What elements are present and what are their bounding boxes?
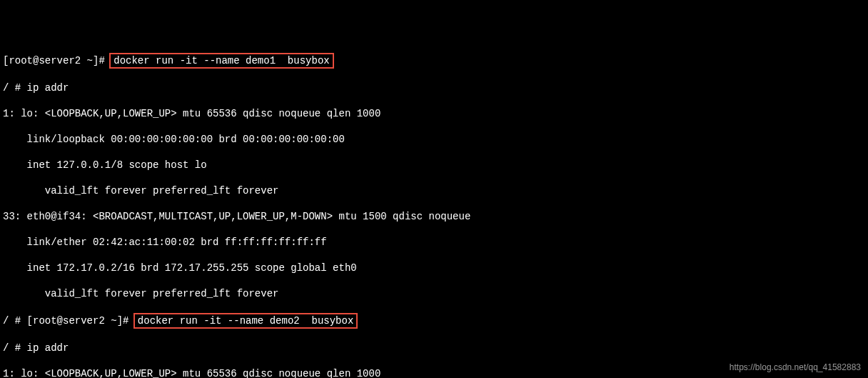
terminal-line-1: [root@server2 ~]# docker run -it --name … [3,53,865,69]
prompt-2: / # [root@server2 ~]# [3,314,135,327]
cmd-docker-run-demo1: docker run -it --name demo1 busybox [109,53,333,69]
prompt-1: [root@server2 ~]# [3,54,111,67]
terminal-line-7: 33: eth0@if34: <BROADCAST,MULTICAST,UP,L… [3,210,865,223]
terminal-line-9: inet 172.17.0.2/16 brd 172.17.255.255 sc… [3,262,865,274]
terminal-line-2: / # ip addr [3,81,865,94]
terminal-line-3: 1: lo: <LOOPBACK,UP,LOWER_UP> mtu 65536 … [3,107,865,120]
cmd-docker-run-demo2: docker run -it --name demo2 busybox [133,313,358,329]
terminal-line-6: valid_lft forever preferred_lft forever [3,184,865,197]
terminal-line-4: link/loopback 00:00:00:00:00:00 brd 00:0… [3,133,865,146]
terminal-line-12: / # ip addr [3,342,865,354]
terminal-line-8: link/ether 02:42:ac:11:00:02 brd ff:ff:f… [3,236,865,249]
terminal-line-11: / # [root@server2 ~]# docker run -it --n… [3,313,865,329]
watermark: https://blog.csdn.net/qq_41582883 [730,361,861,374]
terminal-line-5: inet 127.0.0.1/8 scope host lo [3,159,865,171]
terminal-line-10: valid_lft forever preferred_lft forever [3,287,865,300]
